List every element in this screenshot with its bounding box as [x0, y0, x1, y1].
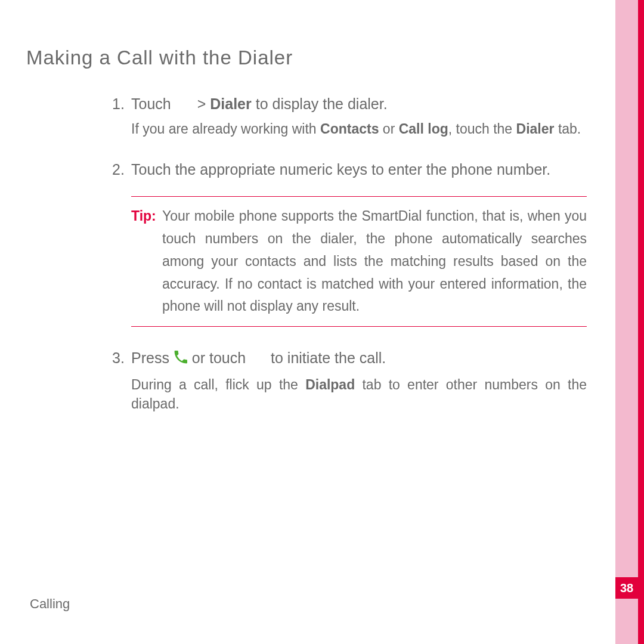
steps-list: Touch> Dialer to display the dialer. If …	[26, 93, 587, 413]
step-1-bold-dialer: Dialer	[210, 95, 251, 112]
page-content: Making a Call with the Dialer Touch> Dia…	[26, 47, 587, 434]
step-1: Touch> Dialer to display the dialer. If …	[131, 93, 587, 138]
step-3-subtext: During a call, flick up the Dialpad tab …	[131, 375, 587, 413]
side-accent-red	[638, 0, 644, 644]
step-3-sub-dialpad: Dialpad	[305, 377, 355, 392]
step-3-text-a: Press	[131, 349, 174, 366]
tip-box: Tip: Your mobile phone supports the Smar…	[131, 196, 587, 327]
step-1-sub-g: tab.	[555, 121, 581, 137]
step-1-sub-a: If you are already working with	[131, 121, 320, 137]
tip-body: Your mobile phone supports the SmartDial…	[131, 205, 587, 318]
page-number-badge: 38	[615, 577, 638, 599]
step-1-text-c: to display the dialer.	[252, 95, 388, 112]
step-3-sub-a: During a call, flick up the	[131, 377, 305, 392]
tip-label: Tip:	[131, 205, 162, 228]
step-1-sub-contacts: Contacts	[320, 121, 379, 137]
step-3: Press or touch to initiate the call. Dur…	[131, 347, 587, 413]
phone-icon	[174, 348, 188, 370]
step-1-sub-e: , touch the	[448, 121, 516, 137]
footer-section-label: Calling	[30, 596, 70, 612]
step-2-text: Touch the appropriate numeric keys to en…	[131, 161, 550, 178]
step-1-sub-c: or	[379, 121, 398, 137]
step-2: Touch the appropriate numeric keys to en…	[131, 159, 587, 327]
step-1-text-b: >	[197, 95, 210, 112]
step-3-text-b: or touch	[188, 349, 250, 366]
step-1-subtext: If you are already working with Contacts…	[131, 119, 587, 138]
step-3-text-c: to initiate the call.	[267, 349, 386, 366]
step-1-sub-dialer: Dialer	[516, 121, 555, 137]
step-1-sub-calllog: Call log	[399, 121, 448, 137]
page-title: Making a Call with the Dialer	[26, 47, 587, 69]
step-1-text-a: Touch	[131, 95, 171, 112]
